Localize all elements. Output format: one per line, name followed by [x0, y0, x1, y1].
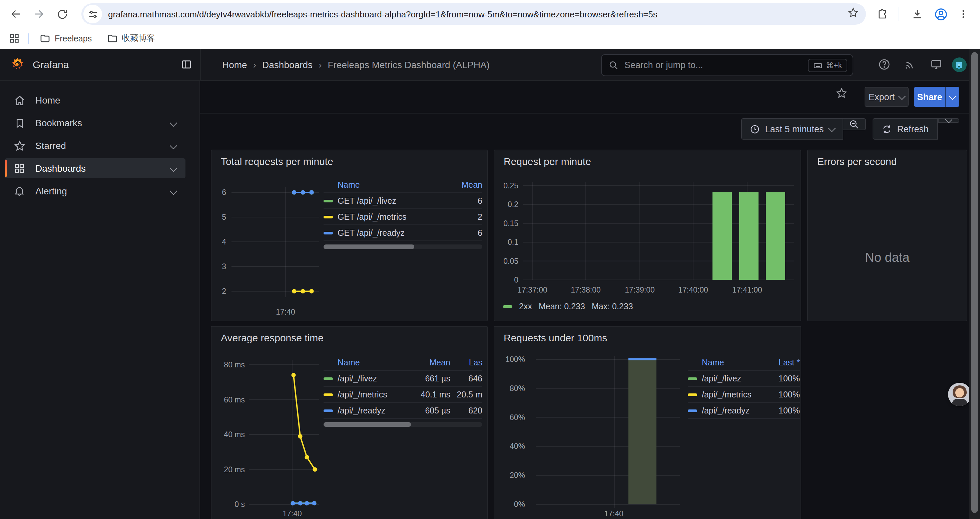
- forward-icon[interactable]: [30, 5, 48, 23]
- chevron-down-icon[interactable]: [170, 119, 177, 127]
- sidebar-item-starred[interactable]: Starred: [5, 136, 185, 156]
- grafana-logo[interactable]: [10, 56, 25, 72]
- url-text[interactable]: grafana.mathmast.com/d/deytv4rwavabkb/fr…: [108, 9, 847, 19]
- bookmark-page-icon[interactable]: [847, 7, 859, 21]
- breadcrumb: Home › Dashboards › Freeleaps Metrics Da…: [222, 59, 490, 70]
- star-icon: [13, 139, 26, 152]
- no-data-message: No data: [808, 251, 967, 265]
- site-settings-icon[interactable]: [83, 5, 102, 23]
- time-range-picker[interactable]: Last 5 minutes: [741, 118, 843, 140]
- legend-row[interactable]: /api/_/metrics100%: [688, 387, 800, 403]
- breadcrumb-home[interactable]: Home: [222, 59, 247, 70]
- legend-table: NameMeanLas/api/_/livez661 µs646/api/_/m…: [323, 355, 482, 427]
- panel-errors-per-second[interactable]: Errors per second No data: [807, 150, 967, 321]
- series-color-pill: [688, 393, 697, 396]
- reload-icon[interactable]: [53, 5, 71, 23]
- sidebar-item-alerting[interactable]: Alerting: [5, 181, 185, 201]
- series-color-pill: [323, 232, 333, 234]
- refresh-button[interactable]: Refresh: [872, 118, 938, 140]
- svg-text:60 ms: 60 ms: [224, 395, 245, 404]
- svg-text:60%: 60%: [510, 413, 525, 422]
- svg-text:40%: 40%: [510, 442, 525, 450]
- time-controls: Last 5 minutes Refresh: [741, 118, 959, 140]
- downloads-icon[interactable]: [908, 5, 926, 23]
- series-color-pill: [688, 409, 697, 412]
- bookmark-folder-freeleaps[interactable]: Freeleaps: [39, 33, 92, 44]
- browser-menu-icon[interactable]: [955, 5, 972, 23]
- search-input[interactable]: Search or jump to... ⌘+k: [601, 54, 853, 76]
- page-scrollbar[interactable]: [969, 49, 980, 519]
- extensions-icon[interactable]: [874, 5, 891, 23]
- legend-column-header[interactable]: Name: [323, 358, 404, 367]
- help-icon[interactable]: [874, 54, 894, 75]
- legend-column-header[interactable]: Name: [323, 180, 440, 189]
- panel-total-requests-per-minute[interactable]: Total requests per minute 6543217:40 Nam…: [211, 150, 488, 321]
- chevron-down-icon[interactable]: [170, 164, 177, 172]
- svg-text:0 s: 0 s: [234, 500, 245, 509]
- legend-row[interactable]: /api/_/livez661 µs646: [323, 371, 482, 387]
- share-menu-button[interactable]: [945, 87, 959, 107]
- svg-text:80%: 80%: [510, 384, 525, 393]
- legend-column-header[interactable]: Name: [688, 358, 757, 367]
- refresh-icon: [881, 124, 892, 134]
- legend-row[interactable]: GET /api/_/readyz6: [323, 225, 482, 241]
- grafana-brand[interactable]: Grafana: [33, 59, 69, 70]
- legend-row[interactable]: /api/_/metrics40.1 ms20.5 m: [323, 387, 482, 403]
- series-color-pill: [323, 393, 333, 396]
- panel-request-per-minute[interactable]: Request per minute 0.250.20.150.10.05017…: [494, 150, 801, 321]
- series-color-pill: [323, 409, 333, 412]
- legend-column-header[interactable]: Last *: [762, 358, 800, 367]
- refresh-interval-button[interactable]: [938, 118, 959, 123]
- legend-scrollbar[interactable]: [323, 244, 482, 249]
- bar-chart: 0.250.20.150.10.05017:37:0017:38:0017:39…: [494, 150, 800, 321]
- svg-text:40 ms: 40 ms: [224, 430, 245, 439]
- series-color-pill: [323, 377, 333, 380]
- legend-scrollbar[interactable]: [323, 422, 482, 427]
- legend-row[interactable]: GET /api/_/metrics2: [323, 209, 482, 225]
- panel-requests-under-100ms[interactable]: Requests under 100ms 100%80%60%40%20%0%1…: [494, 326, 801, 519]
- breadcrumb-dashboards[interactable]: Dashboards: [262, 59, 313, 70]
- legend-column-header[interactable]: Las: [456, 358, 482, 367]
- svg-text:80 ms: 80 ms: [224, 360, 245, 369]
- sidebar-item-dashboards[interactable]: Dashboards: [5, 158, 185, 178]
- legend-column-header[interactable]: Mean: [409, 358, 450, 367]
- chevron-down-icon[interactable]: [170, 187, 177, 195]
- bookmark-folder-blogs[interactable]: 收藏博客: [107, 33, 155, 44]
- keyboard-icon: [813, 61, 822, 70]
- browser-toolbar: grafana.mathmast.com/d/deytv4rwavabkb/fr…: [0, 0, 980, 28]
- sidebar-item-bookmarks[interactable]: Bookmarks: [5, 113, 185, 133]
- chevron-down-icon[interactable]: [170, 142, 177, 150]
- export-button[interactable]: Export: [865, 87, 908, 107]
- star-dashboard-icon[interactable]: [835, 87, 848, 102]
- svg-text:17:41:00: 17:41:00: [732, 286, 762, 294]
- url-bar[interactable]: grafana.mathmast.com/d/deytv4rwavabkb/fr…: [81, 3, 866, 25]
- user-avatar[interactable]: [952, 57, 967, 72]
- profile-icon[interactable]: [932, 5, 949, 23]
- legend-row[interactable]: /api/_/readyz100%: [688, 403, 800, 419]
- legend-column-header[interactable]: Mean: [445, 180, 482, 189]
- svg-text:0.25: 0.25: [503, 181, 519, 190]
- panel-average-response-time[interactable]: Average response time 80 ms60 ms40 ms20 …: [211, 326, 488, 519]
- svg-text:0.2: 0.2: [508, 200, 519, 209]
- back-icon[interactable]: [7, 5, 25, 23]
- scrollbar-thumb[interactable]: [971, 52, 978, 513]
- panel-title[interactable]: Errors per second: [817, 156, 897, 167]
- svg-text:0.15: 0.15: [503, 219, 519, 228]
- apps-grid-icon[interactable]: [9, 33, 20, 44]
- legend-item-2xx[interactable]: 2xx Mean: 0.233 Max: 0.233: [503, 302, 633, 311]
- sidebar-item-home[interactable]: Home: [5, 90, 185, 110]
- zoom-out-icon[interactable]: [843, 118, 865, 130]
- legend-row[interactable]: /api/_/readyz605 µs620: [323, 403, 482, 419]
- legend-row[interactable]: /api/_/livez100%: [688, 371, 800, 387]
- sidebar-toggle-icon[interactable]: [181, 59, 192, 73]
- share-button[interactable]: Share: [914, 87, 945, 107]
- legend-row[interactable]: GET /api/_/livez6: [323, 193, 482, 209]
- svg-text:20 ms: 20 ms: [224, 465, 245, 474]
- floating-assistant-avatar[interactable]: [948, 383, 971, 406]
- monitor-icon[interactable]: [926, 54, 946, 75]
- news-rss-icon[interactable]: [900, 54, 920, 75]
- bookmark-icon: [13, 116, 26, 129]
- bookmarks-bar: Freeleaps 收藏博客: [0, 28, 980, 49]
- share-button-group: Share: [914, 87, 959, 107]
- svg-text:3: 3: [222, 262, 226, 271]
